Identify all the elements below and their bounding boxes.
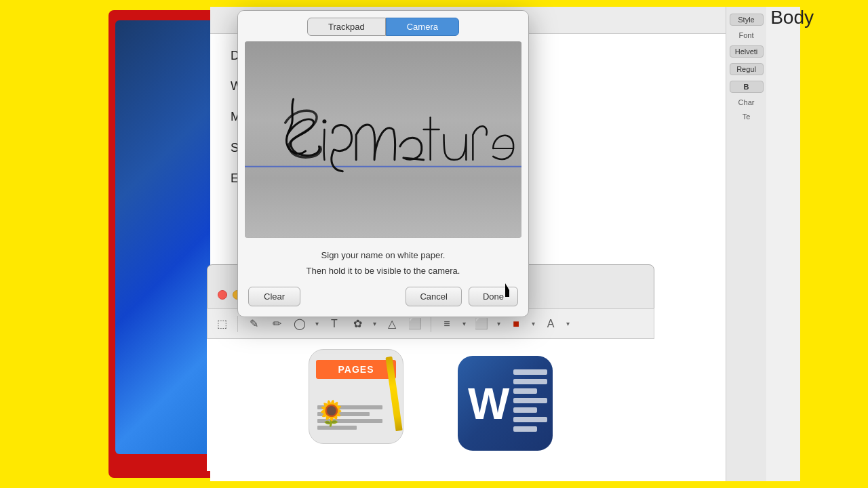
- style-button[interactable]: Style: [730, 14, 764, 26]
- font-style-display[interactable]: Regul: [730, 63, 764, 75]
- text-tool-icon[interactable]: T: [327, 317, 342, 331]
- camera-tab[interactable]: Camera: [386, 18, 459, 36]
- dialog-tab-bar: Trackpad Camera: [238, 11, 528, 41]
- word-line-3: [513, 388, 537, 394]
- word-w-letter: W: [468, 378, 509, 429]
- camera-preview-area: [245, 41, 521, 238]
- signature-dialog: Trackpad Camera: [237, 10, 529, 317]
- align-dropdown[interactable]: ▾: [462, 320, 466, 327]
- word-lines: [513, 369, 547, 432]
- text-style-icon[interactable]: A: [543, 317, 558, 331]
- shape-tool-icon[interactable]: ◯: [292, 317, 307, 331]
- dialog-right-buttons: Cancel Done: [406, 287, 518, 306]
- stroke-color-icon[interactable]: ■: [509, 317, 524, 331]
- chart-tool-icon[interactable]: ⬜: [408, 317, 422, 331]
- media-tool-icon[interactable]: ✿: [350, 317, 365, 331]
- word-app-icon[interactable]: W: [451, 349, 559, 458]
- dialog-instruction-1: Sign your name on white paper.: [238, 245, 528, 264]
- toolbar-separator-1: [237, 316, 238, 332]
- clear-button[interactable]: Clear: [248, 287, 300, 306]
- stroke-dropdown[interactable]: ▾: [532, 320, 535, 327]
- pen-tool-icon[interactable]: ✎: [246, 317, 261, 331]
- table-tool-icon[interactable]: △: [384, 317, 399, 331]
- done-button[interactable]: Done: [469, 287, 518, 306]
- select-tool-icon[interactable]: ⬚: [214, 317, 229, 331]
- font-name-display[interactable]: Helveti: [730, 45, 764, 58]
- pages-flower-icon: 🌻: [316, 399, 343, 426]
- right-sidebar: Style Font Helveti Regul B Char Te: [726, 7, 766, 481]
- word-line-4: [513, 398, 547, 403]
- align-icon[interactable]: ≡: [439, 317, 454, 331]
- body-title: Body: [770, 7, 814, 28]
- font-label: Font: [738, 31, 753, 40]
- trackpad-tab[interactable]: Trackpad: [307, 18, 386, 36]
- word-line-2: [513, 379, 547, 384]
- word-line-5: [513, 407, 537, 413]
- dialog-instruction-2: Then hold it to be visible to the camera…: [238, 264, 528, 280]
- dialog-caret: [375, 317, 391, 317]
- char-label: Char: [738, 98, 755, 107]
- fill-dropdown[interactable]: ▾: [497, 320, 500, 327]
- media-dropdown[interactable]: ▾: [373, 320, 376, 327]
- dialog-button-row: Clear Cancel Done: [238, 280, 528, 317]
- word-line-1: [513, 369, 547, 375]
- bold-button[interactable]: B: [730, 81, 764, 93]
- signature-svg: [245, 41, 521, 238]
- svg-point-2: [322, 119, 326, 123]
- text-dropdown[interactable]: ▾: [566, 320, 570, 327]
- word-line-6: [513, 417, 547, 422]
- toolbar-separator-2: [431, 316, 431, 332]
- cancel-button[interactable]: Cancel: [406, 287, 461, 306]
- pages-icon-background: PAGES 🌻: [309, 349, 403, 444]
- te-label: Te: [743, 113, 751, 121]
- pencil-tool-icon[interactable]: ✏: [269, 317, 284, 331]
- word-line-7: [513, 426, 537, 432]
- pages-banner: PAGES: [316, 360, 396, 379]
- app-icons-area: PAGES 🌻 W: [207, 336, 654, 471]
- pages-app-icon[interactable]: PAGES 🌻: [302, 349, 410, 458]
- shape-dropdown[interactable]: ▾: [315, 320, 319, 327]
- close-button[interactable]: [218, 290, 227, 300]
- fill-color-icon[interactable]: ⬜: [474, 317, 489, 331]
- word-icon-background: W: [458, 356, 553, 451]
